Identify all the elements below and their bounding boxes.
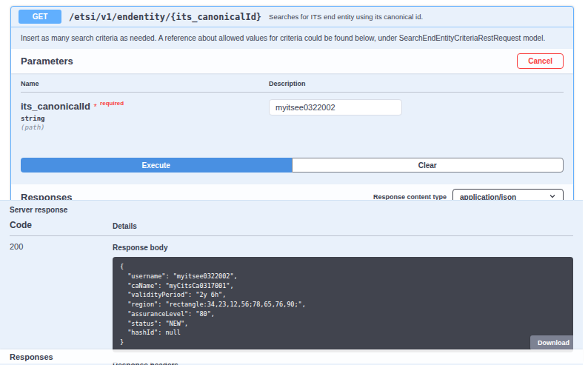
parameter-name: its_canonicalId — [21, 101, 90, 112]
parameters-table-head: Name Description — [21, 73, 564, 93]
responses-footer: Responses — [0, 349, 583, 364]
response-body-label: Response body — [113, 244, 573, 252]
parameters-header: Parameters Cancel — [11, 49, 573, 73]
http-method-badge: GET — [19, 10, 61, 24]
parameter-value-cell — [269, 99, 564, 131]
column-header-code: Code — [10, 220, 113, 230]
parameter-name-cell: its_canonicalId * required string (path) — [21, 99, 269, 131]
endpoint-summary[interactable]: GET /etsi/v1/endentity/{its_canonicalId}… — [11, 7, 573, 27]
parameter-type: string — [21, 115, 269, 122]
endpoint-description: Insert as many search criteria as needed… — [11, 27, 573, 49]
canonical-id-input[interactable] — [269, 99, 402, 115]
server-response-panel: Server response Code Details 200 Respons… — [0, 200, 583, 365]
response-details-cell: Response body { "username": "myitsee0322… — [113, 242, 573, 365]
column-header-name: Name — [21, 80, 269, 87]
endpoint-summary-text: Searches for ITS end entity using its ca… — [269, 13, 423, 21]
parameters-title: Parameters — [21, 56, 73, 67]
status-code: 200 — [10, 242, 113, 365]
get-endpoint-panel: GET /etsi/v1/endentity/{its_canonicalId}… — [10, 6, 574, 210]
required-label: required — [100, 100, 124, 107]
download-button[interactable]: Download — [530, 335, 573, 350]
responses-footer-title: Responses — [10, 352, 53, 361]
execute-wrapper: Execute Clear — [21, 158, 564, 173]
cancel-button[interactable]: Cancel — [517, 53, 564, 69]
parameter-location: (path) — [21, 124, 269, 131]
server-response-table-head: Code Details — [10, 214, 573, 236]
endpoint-path: /etsi/v1/endentity/{its_canonicalId} — [69, 12, 261, 22]
clear-button[interactable]: Clear — [292, 158, 564, 173]
server-response-title: Server response — [0, 201, 583, 214]
server-response-row: 200 Response body { "username": "myitsee… — [10, 236, 573, 365]
execute-button[interactable]: Execute — [21, 158, 292, 173]
column-header-description: Description — [269, 80, 564, 87]
required-star-icon: * — [93, 102, 96, 111]
response-body-json: { "username": "myitsee0322002", "caName"… — [120, 263, 306, 346]
parameters-table: Name Description its_canonicalId * requi… — [11, 73, 573, 143]
response-body-code: { "username": "myitsee0322002", "caName"… — [113, 257, 573, 352]
column-header-details: Details — [113, 222, 573, 230]
parameter-row: its_canonicalId * required string (path) — [21, 93, 564, 143]
